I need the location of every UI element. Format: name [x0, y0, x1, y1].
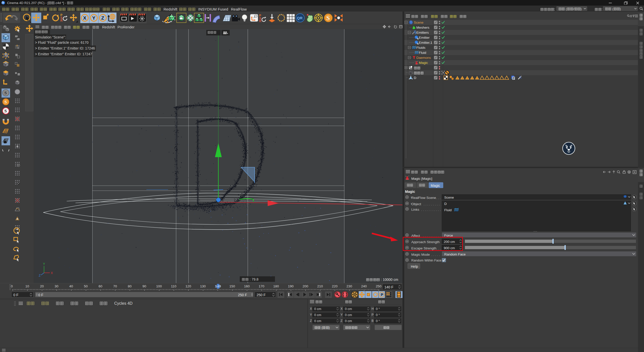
svg-text:Fluid: Fluid — [419, 51, 426, 55]
svg-text:200: 200 — [303, 284, 308, 288]
svg-text:D: D — [414, 76, 416, 80]
svg-text:Emitters: Emitters — [416, 31, 429, 34]
svg-text:80: 80 — [128, 284, 132, 288]
svg-text:QR: QR — [297, 16, 303, 20]
svg-text:S: S — [326, 15, 330, 21]
svg-text:150: 150 — [229, 284, 235, 288]
svg-text:160: 160 — [244, 284, 250, 288]
svg-text:Y: Y — [92, 15, 96, 21]
svg-text:240: 240 — [361, 284, 367, 288]
svg-text:P: P — [381, 292, 383, 297]
svg-text:10: 10 — [25, 284, 29, 288]
svg-text:220: 220 — [332, 284, 338, 288]
svg-text:Scene: Scene — [414, 21, 423, 24]
svg-text:Emitter.1: Emitter.1 — [419, 41, 432, 45]
svg-text:Z: Z — [39, 274, 41, 277]
svg-text:R: R — [60, 19, 63, 22]
svg-text:20: 20 — [40, 284, 44, 288]
svg-text:R: R — [259, 19, 261, 23]
svg-text:130: 130 — [200, 284, 206, 288]
svg-text:180: 180 — [273, 284, 279, 288]
svg-text:S: S — [5, 91, 7, 95]
svg-text:X: X — [83, 15, 87, 21]
svg-text:S: S — [5, 109, 7, 113]
svg-text:Meshers: Meshers — [416, 26, 429, 29]
svg-text:100: 100 — [156, 284, 162, 288]
svg-text:Y: Y — [43, 262, 45, 266]
svg-text:Daemons: Daemons — [416, 56, 431, 60]
svg-text:Fluids: Fluids — [416, 46, 425, 50]
svg-text:170: 170 — [259, 284, 264, 288]
svg-text:S: S — [5, 100, 7, 104]
svg-text:140: 140 — [215, 284, 221, 288]
svg-text:X: X — [51, 271, 53, 275]
svg-text:50: 50 — [84, 284, 88, 288]
svg-text:60: 60 — [99, 284, 102, 288]
svg-text:230: 230 — [346, 284, 352, 288]
svg-text:120: 120 — [185, 284, 191, 288]
svg-text:40: 40 — [69, 284, 73, 288]
svg-text:110: 110 — [171, 284, 176, 288]
svg-text:30: 30 — [55, 284, 58, 288]
svg-text:190: 190 — [288, 284, 294, 288]
svg-text:Emitter: Emitter — [419, 36, 430, 39]
svg-text:70: 70 — [113, 284, 117, 288]
svg-text:Z: Z — [101, 15, 104, 21]
svg-text:210: 210 — [317, 284, 323, 288]
svg-text:Magic: Magic — [419, 61, 428, 65]
svg-text:250: 250 — [376, 284, 382, 288]
svg-text:90: 90 — [142, 284, 146, 288]
